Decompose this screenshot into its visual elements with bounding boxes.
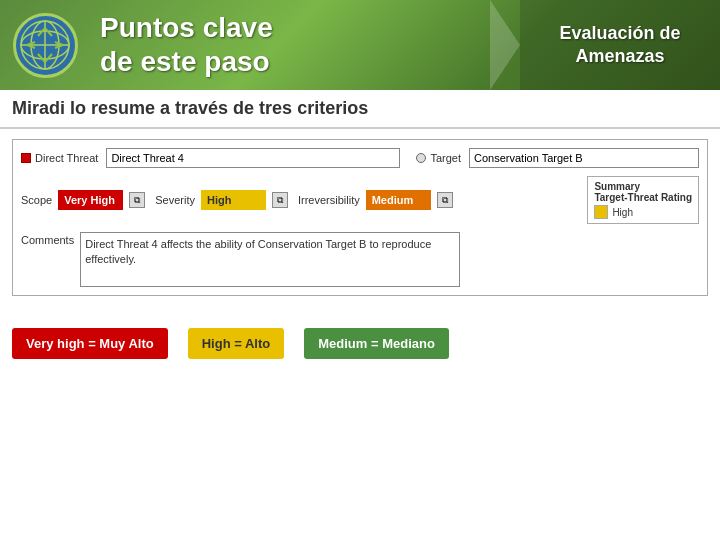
target-icon: [416, 153, 426, 163]
direct-threat-input[interactable]: [106, 148, 400, 168]
scope-copy-icon[interactable]: ⧉: [129, 192, 145, 208]
form-panel: Direct Threat Target Scope Very High ⧉ S…: [12, 139, 708, 296]
scope-label: Scope: [21, 194, 52, 206]
subtitle: Miradi lo resume a través de tres criter…: [0, 90, 720, 129]
bottom-labels: Very high = Muy Alto High = Alto Medium …: [0, 318, 720, 369]
severity-label: Severity: [155, 194, 195, 206]
severity-value: High: [201, 190, 266, 210]
logo-area: [0, 0, 90, 90]
header: Puntos clave de este paso Evaluación de …: [0, 0, 720, 90]
irreversibility-label: Irreversibility: [298, 194, 360, 206]
header-title-area: Puntos clave de este paso: [90, 0, 520, 90]
header-right-text: Evaluación de Amenazas: [559, 22, 680, 69]
header-arrow-decoration: [490, 0, 520, 90]
header-right: Evaluación de Amenazas: [520, 0, 720, 90]
summary-box: Summary Target-Threat Rating High: [587, 176, 699, 224]
summary-rating-box: [594, 205, 608, 219]
summary-sub-label: Target-Threat Rating: [594, 192, 692, 203]
label-chip-high: High = Alto: [188, 328, 285, 359]
comments-label: Comments: [21, 234, 74, 246]
irreversibility-copy-icon[interactable]: ⧉: [437, 192, 453, 208]
direct-threat-icon: [21, 153, 31, 163]
summary-rating-row: High: [594, 205, 692, 219]
label-chip-medium: Medium = Mediano: [304, 328, 449, 359]
main-content: Direct Threat Target Scope Very High ⧉ S…: [0, 129, 720, 318]
comments-value: Direct Threat 4 affects the ability of C…: [80, 232, 460, 287]
target-label: Target: [416, 152, 461, 164]
summary-label: Summary: [594, 181, 692, 192]
header-title: Puntos clave de este paso: [100, 11, 273, 78]
summary-rating-value: High: [612, 207, 633, 218]
scope-value: Very High: [58, 190, 123, 210]
irreversibility-value: Medium: [366, 190, 431, 210]
label-chip-very-high: Very high = Muy Alto: [12, 328, 168, 359]
logo-circle: [13, 13, 78, 78]
severity-copy-icon[interactable]: ⧉: [272, 192, 288, 208]
row-direct-threat: Direct Threat Target: [21, 148, 699, 168]
row-ratings: Scope Very High ⧉ Severity High ⧉ Irreve…: [21, 176, 699, 224]
target-input[interactable]: [469, 148, 699, 168]
row-comments: Comments Direct Threat 4 affects the abi…: [21, 232, 699, 287]
direct-threat-label: Direct Threat: [21, 152, 98, 164]
